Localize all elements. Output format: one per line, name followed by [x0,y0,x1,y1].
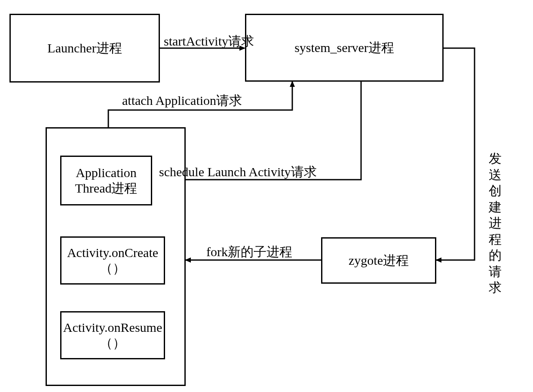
system-server-label: system_server进程 [294,39,394,57]
zygote-label: zygote进程 [349,252,409,270]
activity-oncreate-label: Activity.onCreate（） [64,245,161,276]
activity-onresume-box: Activity.onResume（） [60,311,165,359]
system-server-box: system_server进程 [245,14,444,82]
attach-application-label: attach Application请求 [122,92,242,110]
application-thread-box: Application Thread进程 [60,156,152,205]
start-activity-label: startActivity请求 [164,33,254,50]
application-thread-label: Application Thread进程 [64,165,148,196]
launcher-label: Launcher进程 [47,40,122,57]
fork-child-label: fork新的子进程 [206,243,292,261]
launcher-process-box: Launcher进程 [9,14,160,83]
activity-onresume-label: Activity.onResume（） [63,320,162,351]
zygote-box: zygote进程 [321,237,436,284]
activity-oncreate-box: Activity.onCreate（） [60,236,165,285]
create-process-label: 发送创建进程的请求 [487,150,503,296]
schedule-launch-label: schedule Launch Activity请求 [159,163,317,181]
